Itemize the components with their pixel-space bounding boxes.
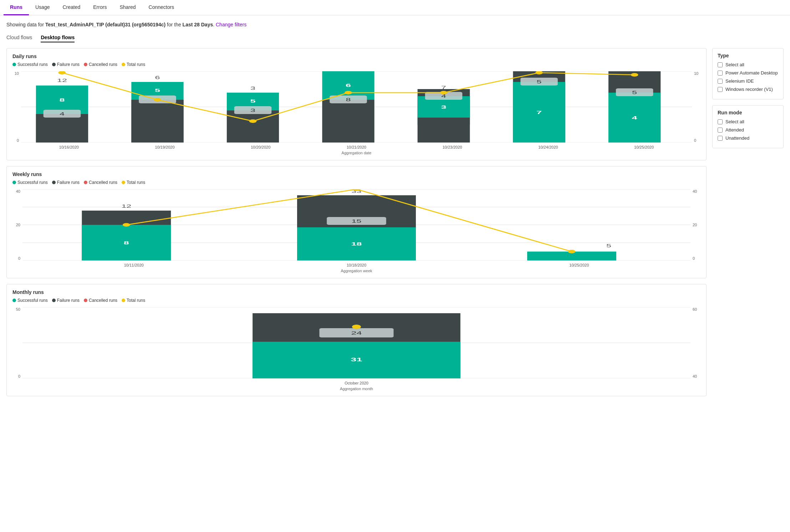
svg-text:3: 3	[250, 86, 255, 91]
svg-point-53	[154, 98, 161, 102]
info-suffix: .	[213, 22, 214, 27]
svg-text:15: 15	[352, 219, 362, 223]
type-pad-label: Power Automate Desktop	[725, 70, 778, 76]
type-windows-recorder[interactable]: Windows recorder (V1)	[718, 87, 778, 92]
svg-text:6: 6	[155, 75, 160, 80]
svg-text:12: 12	[57, 78, 67, 83]
svg-text:24: 24	[351, 330, 362, 335]
svg-text:3: 3	[441, 104, 446, 110]
svg-text:12: 12	[121, 204, 131, 208]
svg-text:5: 5	[155, 88, 160, 93]
tab-shared[interactable]: Shared	[113, 0, 142, 15]
run-mode-select-all-label: Select all	[725, 119, 744, 124]
monthly-x-axis-label: Aggregation month	[12, 387, 700, 391]
run-mode-select-all-checkbox[interactable]	[718, 119, 723, 124]
svg-text:18: 18	[351, 241, 362, 246]
daily-legend: Successful runs Failure runs Cancelled r…	[12, 62, 700, 67]
svg-text:8: 8	[124, 240, 129, 245]
sidebar: Type Select all Power Automate Desktop S…	[712, 48, 784, 148]
svg-text:8: 8	[346, 97, 351, 102]
type-windows-recorder-checkbox[interactable]	[718, 87, 723, 92]
tab-errors[interactable]: Errors	[87, 0, 113, 15]
svg-rect-4	[36, 114, 88, 143]
type-select-all-label: Select all	[725, 62, 744, 67]
change-filters-link[interactable]: Change filters	[216, 22, 246, 27]
svg-text:7: 7	[441, 85, 446, 90]
svg-rect-23	[322, 100, 374, 143]
type-power-automate[interactable]: Power Automate Desktop	[718, 70, 778, 76]
svg-text:3: 3	[250, 108, 255, 113]
cloud-flows-tab[interactable]: Cloud flows	[6, 35, 32, 42]
svg-text:5: 5	[537, 79, 542, 84]
daily-chart-svg: 8 4 12 5 6 6	[21, 71, 692, 143]
weekly-x-axis-label: Aggregation week	[12, 269, 700, 273]
daily-x-axis-label: Aggregation date	[12, 151, 700, 155]
run-mode-filter-card: Run mode Select all Attended Unattended	[712, 105, 784, 148]
tab-runs[interactable]: Runs	[4, 0, 29, 15]
svg-text:5: 5	[632, 90, 637, 95]
daily-runs-chart: Daily runs Successful runs Failure runs …	[6, 48, 707, 160]
type-select-all-checkbox[interactable]	[718, 62, 723, 67]
type-selenium-checkbox[interactable]	[718, 79, 723, 84]
weekly-chart-svg: 8 12 18 15 33 5	[22, 189, 690, 260]
daily-runs-title: Daily runs	[12, 53, 700, 59]
type-selenium[interactable]: Selenium IDE	[718, 78, 778, 84]
svg-text:7: 7	[536, 110, 542, 115]
tab-usage[interactable]: Usage	[29, 0, 56, 15]
monthly-chart-svg: 31 24	[22, 307, 690, 378]
charts-column: Daily runs Successful runs Failure runs …	[6, 48, 707, 396]
run-mode-attended[interactable]: Attended	[718, 127, 778, 133]
weekly-runs-title: Weekly runs	[12, 171, 700, 177]
svg-point-52	[58, 71, 66, 74]
run-mode-attended-checkbox[interactable]	[718, 128, 723, 133]
env-name: Test_test_AdminAPI_TIP (default)31 (org5…	[45, 22, 165, 27]
type-windows-recorder-label: Windows recorder (V1)	[725, 87, 773, 92]
run-mode-attended-label: Attended	[725, 127, 744, 133]
type-filter-title: Type	[718, 53, 778, 58]
svg-text:5: 5	[250, 98, 255, 104]
svg-point-54	[249, 119, 257, 123]
monthly-legend: Successful runs Failure runs Cancelled r…	[12, 298, 700, 303]
svg-rect-11	[131, 100, 183, 143]
svg-point-87	[352, 325, 361, 329]
run-mode-unattended[interactable]: Unattended	[718, 135, 778, 141]
tab-created[interactable]: Created	[56, 0, 87, 15]
tab-connectors[interactable]: Connectors	[142, 0, 181, 15]
nav-tabs: Runs Usage Created Errors Shared Connect…	[0, 0, 790, 15]
type-selenium-label: Selenium IDE	[725, 78, 754, 84]
flow-tabs: Cloud flows Desktop flows	[6, 35, 784, 42]
svg-text:31: 31	[351, 357, 362, 362]
svg-text:6: 6	[346, 83, 351, 88]
info-bar: Showing data for Test_test_AdminAPI_TIP …	[6, 22, 784, 27]
svg-point-78	[568, 250, 576, 253]
desktop-flows-tab[interactable]: Desktop flows	[41, 35, 75, 42]
svg-text:4: 4	[632, 115, 637, 120]
svg-point-56	[440, 91, 448, 94]
svg-text:8: 8	[59, 97, 65, 103]
svg-point-76	[123, 223, 130, 227]
weekly-legend: Successful runs Failure runs Cancelled r…	[12, 180, 700, 185]
period: Last 28 Days	[183, 22, 213, 27]
run-mode-select-all[interactable]: Select all	[718, 119, 778, 124]
svg-point-55	[345, 91, 352, 94]
type-pad-checkbox[interactable]	[718, 71, 723, 76]
info-prefix: Showing data for	[6, 22, 45, 27]
svg-text:5: 5	[606, 243, 611, 248]
monthly-runs-chart: Monthly runs Successful runs Failure run…	[6, 284, 707, 396]
run-mode-unattended-label: Unattended	[725, 135, 749, 141]
info-middle: for the	[165, 22, 182, 27]
svg-text:4: 4	[441, 94, 446, 98]
weekly-runs-chart: Weekly runs Successful runs Failure runs…	[6, 166, 707, 278]
monthly-runs-title: Monthly runs	[12, 289, 700, 295]
type-select-all[interactable]: Select all	[718, 62, 778, 67]
svg-text:4: 4	[60, 112, 65, 116]
run-mode-filter-title: Run mode	[718, 110, 778, 115]
run-mode-unattended-checkbox[interactable]	[718, 136, 723, 141]
svg-point-58	[631, 73, 638, 77]
type-filter-card: Type Select all Power Automate Desktop S…	[712, 48, 784, 99]
